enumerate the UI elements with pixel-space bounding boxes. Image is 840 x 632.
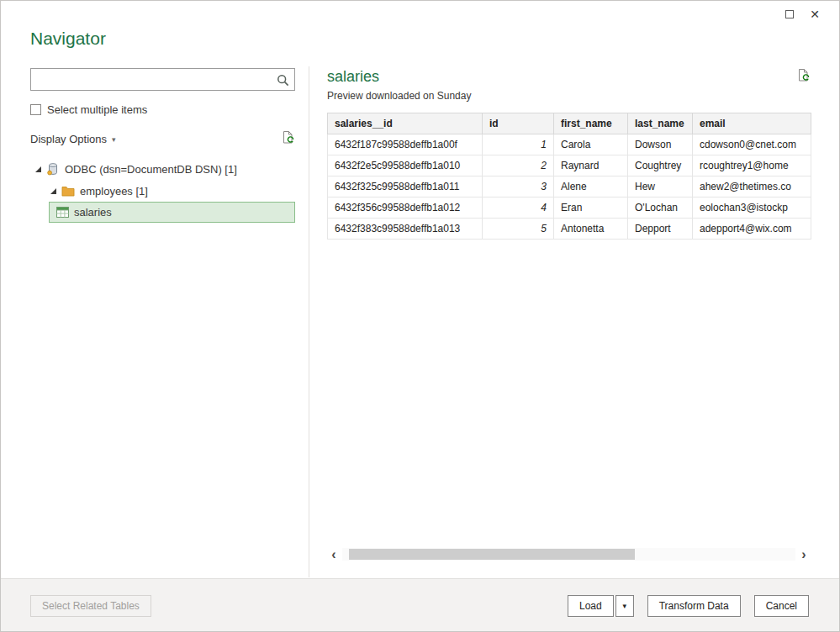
close-button[interactable]: ✕ <box>802 3 827 25</box>
tree-item-label: ODBC (dsn=DocumentDB DSN) [1] <box>65 163 237 176</box>
scrollbar-track[interactable] <box>342 548 795 561</box>
scroll-left-arrow[interactable]: ‹ <box>327 547 341 561</box>
table-row: 6432f187c99588deffb1a00f 1 Carola Dowson… <box>328 134 811 155</box>
column-header: email <box>693 113 811 134</box>
table-row: 6432f356c99588deffb1a012 4 Eran O'Lochan… <box>328 198 811 219</box>
folder-icon <box>61 185 75 197</box>
refresh-tree-button[interactable] <box>281 130 295 148</box>
load-split-button: Load ▾ <box>568 595 634 617</box>
table-cell: 6432f356c99588deffb1a012 <box>328 198 483 219</box>
titlebar: ✕ <box>1 1 839 28</box>
refresh-preview-button[interactable] <box>796 68 811 86</box>
table-cell: adepport4@wix.com <box>693 219 811 240</box>
display-options-dropdown[interactable]: Display Options ▾ <box>30 133 116 145</box>
table-cell: Alene <box>554 176 628 198</box>
table-cell: 2 <box>483 155 554 176</box>
column-header: salaries__id <box>328 113 483 134</box>
display-options-row: Display Options ▾ <box>30 130 295 148</box>
table-cell: Raynard <box>554 155 628 176</box>
chevron-down-icon: ▾ <box>112 135 116 144</box>
left-panel: Select multiple items Display Options ▾ <box>30 68 295 223</box>
navigator-dialog: ✕ Navigator Select multiple items Displa… <box>0 0 840 632</box>
table-cell: Dowson <box>628 134 693 155</box>
preview-panel: salaries Preview downloaded on Sunday sa… <box>327 68 811 240</box>
table-cell: Coughtrey <box>628 155 693 176</box>
table-icon <box>56 207 69 218</box>
refresh-document-icon <box>796 68 811 82</box>
checkbox-unchecked-icon[interactable] <box>30 104 41 115</box>
select-multiple-row[interactable]: Select multiple items <box>30 103 295 116</box>
search-box <box>30 68 295 91</box>
footer-actions: Load ▾ Transform Data Cancel <box>568 595 809 617</box>
footer-bar: Select Related Tables Load ▾ Transform D… <box>1 578 839 632</box>
table-row: 6432f383c99588deffb1a013 5 Antonetta Dep… <box>328 219 811 240</box>
table-cell: 6432f325c99588deffb1a011 <box>328 176 483 198</box>
tree-item-salaries[interactable]: salaries <box>49 202 295 223</box>
table-cell: 6432f187c99588deffb1a00f <box>328 134 483 155</box>
tree-item-employees[interactable]: employees [1] <box>30 180 295 202</box>
load-button[interactable]: Load <box>568 595 614 617</box>
refresh-document-icon <box>281 130 295 145</box>
load-dropdown-button[interactable]: ▾ <box>615 595 634 617</box>
table-cell: Carola <box>554 134 628 155</box>
cancel-button[interactable]: Cancel <box>754 595 809 617</box>
table-cell: Depport <box>628 219 693 240</box>
select-multiple-label: Select multiple items <box>47 103 147 116</box>
table-cell: 1 <box>483 134 554 155</box>
panel-divider <box>309 66 309 577</box>
search-icon[interactable] <box>277 74 289 87</box>
preview-table: salaries__id id first_name last_name ema… <box>327 113 811 240</box>
table-cell: Hew <box>628 176 693 198</box>
table-cell: eolochan3@istockp <box>693 198 811 219</box>
column-header: first_name <box>554 113 628 134</box>
table-header-row: salaries__id id first_name last_name ema… <box>328 113 811 134</box>
maximize-icon <box>785 10 794 18</box>
table-cell: rcoughtrey1@home <box>693 155 811 176</box>
scrollbar-thumb[interactable] <box>349 549 635 560</box>
select-related-tables-button[interactable]: Select Related Tables <box>30 595 151 617</box>
table-cell: 6432f2e5c99588deffb1a010 <box>328 155 483 176</box>
table-cell: cdowson0@cnet.com <box>693 134 811 155</box>
table-row: 6432f2e5c99588deffb1a010 2 Raynard Cough… <box>328 155 811 176</box>
table-cell: 3 <box>483 176 554 198</box>
expand-collapse-icon[interactable] <box>35 166 41 172</box>
preview-title: salaries <box>327 68 379 86</box>
table-cell: 5 <box>483 219 554 240</box>
table-cell: Antonetta <box>554 219 628 240</box>
tree-item-label: employees [1] <box>80 185 148 198</box>
preview-subtitle: Preview downloaded on Sunday <box>327 90 811 102</box>
table-cell: 6432f383c99588deffb1a013 <box>328 219 483 240</box>
table-cell: ahew2@thetimes.co <box>693 176 811 198</box>
transform-data-button[interactable]: Transform Data <box>647 595 741 617</box>
tree-item-odbc[interactable]: ODBC (dsn=DocumentDB DSN) [1] <box>30 158 295 180</box>
navigator-tree: ODBC (dsn=DocumentDB DSN) [1] employees … <box>30 158 295 223</box>
display-options-label: Display Options <box>30 133 107 145</box>
preview-header: salaries <box>327 68 811 86</box>
search-input[interactable] <box>31 69 273 90</box>
tree-item-label: salaries <box>74 206 112 219</box>
table-cell: 4 <box>483 198 554 219</box>
page-title: Navigator <box>30 29 106 49</box>
table-cell: Eran <box>554 198 628 219</box>
column-header: last_name <box>628 113 693 134</box>
database-icon <box>46 162 60 176</box>
expand-collapse-icon[interactable] <box>50 188 56 194</box>
horizontal-scrollbar[interactable]: ‹ › <box>327 547 811 561</box>
scroll-right-arrow[interactable]: › <box>797 547 811 561</box>
table-cell: O'Lochan <box>628 198 693 219</box>
table-row: 6432f325c99588deffb1a011 3 Alene Hew ahe… <box>328 176 811 198</box>
maximize-button[interactable] <box>777 3 802 25</box>
column-header: id <box>483 113 554 134</box>
